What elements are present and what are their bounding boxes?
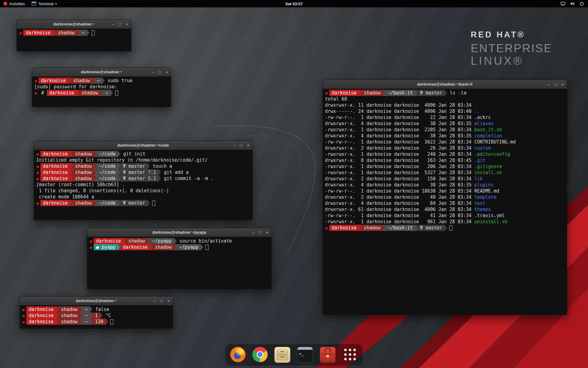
terminal-text: -rwxrwxr-x. 1 darknoise darknoise 240 Ja… xyxy=(325,151,474,157)
terminal-body[interactable]: ●darknoiseshadow~ false●darknoiseshadow~… xyxy=(20,305,173,328)
terminal-text: -rwxrwxr-x. 1 darknoise darknoise 206 Ja… xyxy=(325,163,474,170)
powerline-arrow-icon xyxy=(70,163,73,169)
activities-button[interactable]: Activities xyxy=(0,0,28,7)
powerline-arrow-icon xyxy=(94,169,96,175)
redhat-prompt-icon: ● xyxy=(36,169,40,175)
window-minimize-button[interactable]: – xyxy=(233,143,235,148)
prompt-segment-git: Ψ master S:1 xyxy=(120,175,158,182)
volume-icon[interactable] xyxy=(570,1,575,6)
chrome-icon[interactable] xyxy=(252,347,268,362)
clock[interactable]: Sat 03:57 xyxy=(285,2,303,6)
prompt-segment-user: darknoise xyxy=(329,225,359,231)
terminal-text: [sudo] password for darknoise: xyxy=(34,84,117,90)
window-maximize-button[interactable]: □ xyxy=(240,143,243,148)
prompt-segment-path: ~/bash-it xyxy=(385,90,415,96)
window-minimize-button[interactable]: – xyxy=(152,70,154,75)
files-icon[interactable] xyxy=(274,347,290,363)
powerline-arrow-icon xyxy=(70,175,73,182)
prompt-segment-host: shadow xyxy=(361,90,383,96)
powerline-arrow-icon xyxy=(359,225,361,231)
window-minimize-button[interactable]: – xyxy=(548,82,550,87)
grid-dot xyxy=(349,353,351,356)
window-minimize-button[interactable]: – xyxy=(112,22,114,27)
firefox-icon[interactable] xyxy=(230,347,246,362)
app-grid-icon[interactable] xyxy=(342,347,358,362)
terminal-window-4[interactable]: darknoise@shadow:~/pyapp–□×●darknoisesha… xyxy=(87,228,272,289)
terminal-app-icon xyxy=(32,2,36,6)
terminal-text: drwxrwxr-x. 2 darknoise darknoise 40 Jan… xyxy=(325,194,474,200)
prompt-segment-user: darknoise xyxy=(26,312,56,319)
powerline-arrow-icon xyxy=(53,30,55,36)
window-minimize-button[interactable]: – xyxy=(252,230,254,235)
prompt-segment-path: ~ xyxy=(82,312,90,319)
powerline-arrow-icon xyxy=(118,163,120,169)
window-close-button[interactable]: × xyxy=(165,70,168,75)
power-icon[interactable] xyxy=(579,1,584,6)
system-tray xyxy=(560,0,588,7)
terminal-text: drwxrwxr-x. 4 darknoise darknoise 38 Jan… xyxy=(325,182,474,188)
prompt-segment-host: shadow xyxy=(73,200,94,206)
brand-linux: LINUX® xyxy=(471,55,552,67)
grid-dot xyxy=(349,349,351,351)
terminal-body[interactable]: ●darknoiseshadow~/pyapp source bin/activ… xyxy=(87,237,271,289)
terminal-window-3[interactable]: darknoise@shadow:~/code–□×●darknoiseshad… xyxy=(34,141,253,220)
powerline-arrow-icon xyxy=(118,151,120,157)
prompt-segment-host: shadow xyxy=(73,175,94,182)
prompt-segment-host: shadow xyxy=(58,319,80,325)
prompt-segment-path: ~/bash-it xyxy=(385,225,415,231)
terminal-line: ●darknoiseshadow~/code git init xyxy=(36,151,252,157)
terminal-text: .editorconfig xyxy=(474,151,510,157)
terminal-line: drwxrwxr-x. 4 darknoise darknoise 84 Jan… xyxy=(325,200,567,206)
window-titlebar[interactable]: darknoise@shadow:~–□× xyxy=(32,68,171,77)
window-titlebar[interactable]: darknoise@shadow:~/bash-it–□× xyxy=(323,80,567,89)
window-close-button[interactable]: × xyxy=(247,143,249,148)
terminal-body[interactable]: ●darknoiseshadow~ xyxy=(17,29,131,51)
window-maximize-button[interactable]: □ xyxy=(159,70,161,75)
window-titlebar[interactable]: darknoise@shadow:~–□× xyxy=(17,20,131,29)
terminal-body[interactable]: ●darknoiseshadow~/code git initInitializ… xyxy=(34,150,252,220)
powerline-arrow-icon xyxy=(56,306,58,312)
window-close-button[interactable]: × xyxy=(266,230,268,235)
powerline-arrow-icon xyxy=(80,312,82,319)
window-maximize-button[interactable]: □ xyxy=(259,230,262,235)
window-maximize-button[interactable]: □ xyxy=(555,82,557,87)
terminal-window-2[interactable]: darknoise@shadow:~–□×●darknoiseshadow~ s… xyxy=(32,67,171,107)
dock-items: >_ xyxy=(230,347,358,363)
window-titlebar[interactable]: darknoise@shadow:~/code–□× xyxy=(34,141,252,150)
terminal-body[interactable]: ●darknoiseshadow~/bash-itΨ master ls -la… xyxy=(323,89,567,315)
terminal-window-5[interactable]: darknoise@shadow:~/bash-it–□×●darknoises… xyxy=(322,80,567,315)
window-close-button[interactable]: × xyxy=(126,22,128,27)
prompt-segment-path: ~ xyxy=(103,90,111,96)
window-title: darknoise@shadow:~/bash-it xyxy=(323,80,567,89)
terminal-icon[interactable]: >_ xyxy=(297,347,313,363)
powerline-arrow-icon xyxy=(92,78,95,84)
terminal-line: ●● pyappdarknoiseshadow~/pyapp xyxy=(89,244,271,250)
terminal-text: 1 file changed, 0 insertions(+), 0 delet… xyxy=(36,188,169,194)
terminal-text: aliases xyxy=(474,121,494,127)
terminal-cursor xyxy=(449,225,452,231)
window-close-button[interactable]: × xyxy=(561,82,564,87)
terminal-window-1[interactable]: darknoise@shadow:~–□×●darknoiseshadow~ xyxy=(17,20,131,52)
top-bar: Activities Terminal ▾ Sat 03:57 xyxy=(0,0,588,7)
terminal-body[interactable]: ●darknoiseshadow~ sudo true[sudo] passwo… xyxy=(32,77,171,107)
window-minimize-button[interactable]: – xyxy=(153,299,156,303)
window-maximize-button[interactable]: □ xyxy=(119,22,121,27)
terminal-text: .ackrc xyxy=(474,114,491,121)
terminal-text: .git xyxy=(474,157,485,163)
app-menu-terminal[interactable]: Terminal ▾ xyxy=(28,0,60,7)
terminal-line: drwxrwxr-x. 2 darknoise darknoise 150 Ja… xyxy=(325,176,567,182)
terminal-text: uninstall.sh xyxy=(474,219,507,225)
terminal-window-6[interactable]: darknoise@shadow:~–□×●darknoiseshadow~ f… xyxy=(20,296,173,329)
terminal-text: touch a xyxy=(150,163,172,169)
terminal-line: -rwxrwxr-x. 1 darknoise darknoise 961 Ja… xyxy=(325,219,567,225)
terminal-line: -rwxrwxr-x. 1 darknoise darknoise 5327 J… xyxy=(325,170,567,176)
terminal-line: 1 file changed, 0 insertions(+), 0 delet… xyxy=(36,188,252,194)
window-maximize-button[interactable]: □ xyxy=(160,299,163,303)
window-close-button[interactable]: × xyxy=(167,299,170,303)
powerline-arrow-icon xyxy=(201,244,203,250)
window-titlebar[interactable]: darknoise@shadow:~/pyapp–□× xyxy=(87,228,271,237)
window-titlebar[interactable]: darknoise@shadow:~–□× xyxy=(20,297,173,305)
grid-dot xyxy=(353,349,356,351)
toolbox-icon[interactable] xyxy=(320,347,336,363)
display-icon[interactable] xyxy=(560,1,565,6)
